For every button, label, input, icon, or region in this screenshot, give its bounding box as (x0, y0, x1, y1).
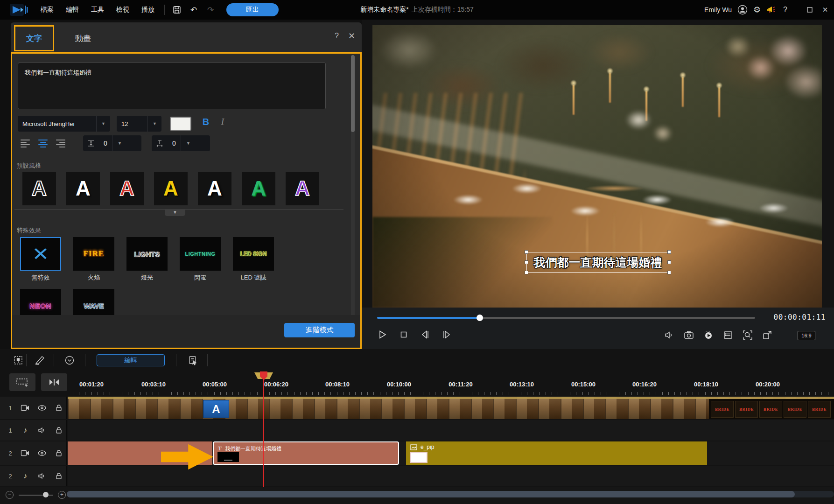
selection-handle[interactable] (525, 260, 528, 264)
preset-style-tile[interactable]: A (110, 172, 144, 205)
select-track-icon[interactable] (185, 353, 201, 368)
align-center-button[interactable] (35, 136, 50, 150)
speaker-icon[interactable] (36, 470, 48, 482)
title-overlay-selection[interactable]: 我們都一直期待這場婚禮 (526, 252, 669, 273)
audio-track-content[interactable] (68, 420, 834, 441)
line-spacing-control[interactable]: 0 ▼ (83, 135, 141, 151)
play-button[interactable] (376, 328, 389, 341)
speaker-icon[interactable] (36, 425, 48, 436)
detail-list-icon[interactable] (722, 329, 734, 341)
selection-handle[interactable] (667, 271, 671, 274)
font-size-dropdown[interactable]: 12 ▼ (117, 116, 161, 132)
chevron-down-icon[interactable]: ▼ (181, 135, 196, 151)
preset-style-tile[interactable]: A (198, 172, 231, 205)
panel-help-icon[interactable]: ? (335, 32, 339, 40)
effect-lightning[interactable]: LIGHTNING 閃電 (180, 237, 221, 282)
horizontal-scrollbar[interactable] (67, 491, 834, 497)
font-color-swatch[interactable] (170, 117, 191, 131)
undock-window-icon[interactable] (761, 329, 773, 341)
previous-frame-button[interactable] (419, 328, 432, 341)
selected-text-clip[interactable]: T 我們都一直期待這場婚禮 (213, 441, 399, 465)
menu-edit[interactable]: 編輯 (60, 3, 85, 17)
edit-mode-button[interactable]: 編輯 (97, 354, 165, 366)
preset-style-tile[interactable]: A (154, 172, 188, 205)
aspect-ratio-badge[interactable]: 16:9 (798, 331, 815, 340)
snapshot-camera-icon[interactable] (683, 329, 695, 341)
zoom-out-button[interactable]: − (6, 491, 14, 499)
lock-icon[interactable] (53, 402, 64, 413)
ruler-ticks[interactable] (67, 392, 834, 395)
announcement-megaphone-icon[interactable] (766, 5, 778, 14)
undo-icon[interactable]: ↶ (189, 5, 199, 15)
title-overlay-text[interactable]: 我們都一直期待這場婚禮 (534, 255, 662, 270)
maximize-button[interactable] (807, 7, 815, 13)
selection-handle[interactable] (525, 271, 528, 274)
redo-icon[interactable]: ↷ (205, 5, 216, 15)
panel-scrollbar-thumb[interactable] (351, 55, 355, 132)
next-frame-button[interactable] (440, 328, 453, 341)
selection-handle[interactable] (667, 260, 671, 264)
settings-gear-icon[interactable]: ⚙ (753, 5, 761, 15)
panel-scrollbar[interactable] (351, 55, 355, 344)
font-family-dropdown[interactable]: Microsoft JhengHei ▼ (18, 116, 110, 132)
effect-lights[interactable]: LIGHTS 燈光 (126, 237, 168, 282)
video-clip-filmstrip[interactable]: A BRIDE BRIDE BRIDE BRIDE BRIDE (68, 397, 834, 419)
menu-file[interactable]: 檔案 (35, 3, 60, 17)
audio-track-content[interactable] (68, 466, 834, 486)
effect-fire[interactable]: FIRE 火焰 (73, 237, 114, 282)
seek-bar[interactable] (377, 317, 755, 319)
track-manager-button[interactable] (9, 373, 35, 391)
help-icon[interactable]: ? (783, 6, 787, 14)
italic-button[interactable]: I (217, 117, 228, 131)
text-content-input[interactable]: 我們都一直期待這場婚禮 (18, 63, 326, 109)
effect-wave[interactable]: WAVE (73, 289, 114, 315)
title-clip-thumbnail[interactable]: A (203, 400, 229, 418)
seek-handle[interactable] (477, 315, 483, 321)
stop-button[interactable] (397, 328, 410, 341)
split-razor-icon[interactable] (32, 353, 48, 368)
zoom-in-button[interactable]: + (58, 491, 66, 499)
menu-tools[interactable]: 工具 (85, 3, 110, 17)
snap-clips-button[interactable] (41, 373, 67, 391)
volume-icon[interactable] (663, 329, 675, 341)
align-right-button[interactable] (53, 136, 68, 150)
bride-clip-section[interactable]: BRIDE BRIDE BRIDE BRIDE BRIDE (709, 399, 834, 419)
advanced-mode-button[interactable]: 進階模式 (284, 323, 355, 337)
preset-style-tile[interactable]: A (22, 172, 56, 205)
zoom-fit-icon[interactable] (742, 329, 754, 341)
time-options-icon[interactable] (62, 353, 77, 368)
panel-close-icon[interactable]: ✕ (348, 31, 355, 41)
horizontal-scrollbar-thumb[interactable] (67, 491, 795, 497)
effect-led-sign[interactable]: LED SIGN LED 號誌 (233, 237, 274, 282)
selection-handle[interactable] (525, 250, 528, 254)
app-logo-icon[interactable] (9, 3, 28, 16)
align-left-button[interactable] (18, 136, 33, 150)
chevron-down-icon[interactable]: ▼ (96, 116, 110, 132)
eye-icon[interactable] (36, 448, 48, 459)
lock-icon[interactable] (53, 470, 64, 482)
chevron-down-icon[interactable]: ▼ (147, 116, 161, 132)
minimize-button[interactable]: — (793, 6, 801, 14)
menu-view[interactable]: 檢視 (110, 3, 135, 17)
expand-presets-button[interactable]: ▼ (165, 209, 185, 216)
pip-clip[interactable]: e_pip (406, 441, 707, 465)
lock-icon[interactable] (53, 448, 64, 459)
selection-handle[interactable] (667, 250, 671, 254)
tab-text[interactable]: 文字 (14, 25, 54, 51)
effect-neon[interactable]: NEON (20, 289, 61, 315)
chevron-down-icon[interactable]: ▼ (112, 135, 127, 151)
zoom-slider-handle[interactable] (43, 492, 49, 497)
range-select-icon[interactable] (10, 353, 26, 368)
lock-icon[interactable] (53, 425, 64, 436)
tab-animation[interactable]: 動畫 (68, 25, 98, 51)
char-spacing-control[interactable]: 0 ▼ (152, 135, 210, 151)
preset-style-tile[interactable]: A (286, 172, 319, 205)
preview-quality-icon[interactable] (702, 329, 715, 341)
eye-icon[interactable] (36, 402, 48, 413)
effect-none[interactable]: ✕ 無特效 (20, 237, 61, 282)
close-button[interactable]: ✕ (821, 6, 829, 14)
export-button[interactable]: 匯出 (226, 3, 279, 16)
avatar-icon[interactable] (737, 5, 748, 15)
preset-style-tile[interactable]: A (66, 172, 100, 205)
video-preview[interactable]: 我們都一直期待這場婚禮 (372, 25, 822, 308)
